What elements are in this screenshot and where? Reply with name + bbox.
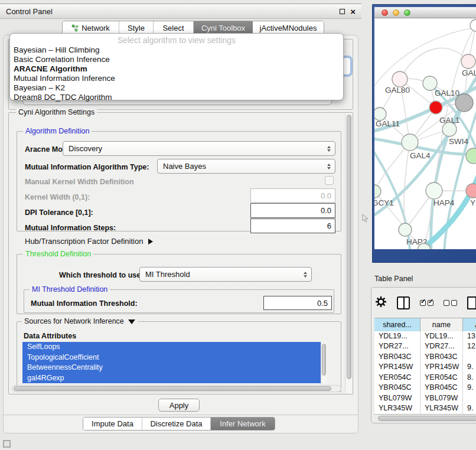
network-node-hap2[interactable] (399, 223, 412, 236)
mi-steps-field[interactable]: 6 (250, 219, 335, 233)
which-threshold-combo[interactable]: MI Threshold (139, 267, 312, 282)
network-view-window[interactable]: GALGAL80GAL10GAL1GAL11SWI4GAL4GCY1HAP4YH… (372, 4, 476, 263)
tab-select[interactable]: Select (154, 21, 194, 34)
table-row[interactable]: YER054CYER054C8. (374, 373, 476, 383)
deselect-all-checkboxes-icon[interactable] (444, 300, 457, 306)
manual-kernel-checkbox[interactable] (325, 176, 334, 185)
table-cell[interactable]: YDL19... (420, 331, 463, 341)
table-cell[interactable] (463, 352, 476, 362)
dpi-tolerance-field[interactable]: 0.0 (250, 203, 335, 218)
dropdown-item[interactable]: ARACNE Algorithm (10, 64, 343, 74)
table-row[interactable]: YBL079WYBL079W (374, 393, 476, 403)
aracne-mode-combo[interactable]: Discovery (63, 141, 335, 156)
tab-cyni-toolbox[interactable]: Cyni Toolbox (194, 21, 253, 34)
sources-legend[interactable]: Sources for Network Inference (22, 317, 138, 325)
dropdown-item[interactable]: Dream8 DC_TDC Algorithm (10, 93, 343, 102)
table-cell[interactable]: YER054C (420, 373, 463, 383)
gear-icon[interactable] (375, 296, 387, 310)
close-traffic-light-icon[interactable] (382, 9, 388, 16)
table-cell[interactable]: YLR345W (374, 403, 420, 413)
table-hscrollbar-track[interactable] (374, 414, 476, 422)
table-cell[interactable]: YPR145W (374, 362, 420, 372)
kernel-width-field[interactable]: 0.0 (250, 188, 335, 203)
table-cell[interactable]: 12 (463, 341, 476, 351)
network-node-gal4[interactable] (402, 134, 418, 151)
table-row[interactable]: YPR145WYPR145W9. (374, 362, 476, 372)
table-cell[interactable]: 9. (463, 383, 476, 393)
dropdown-item[interactable]: Mutual Information Inference (10, 74, 343, 83)
settings-hscrollbar-thumb[interactable] (14, 386, 331, 391)
table-cell[interactable]: YER054C (374, 373, 420, 383)
settings-hscrollbar-track[interactable] (12, 385, 341, 392)
table-row[interactable]: YDR27...YDR27...12 (374, 341, 476, 351)
network-canvas[interactable]: GALGAL80GAL10GAL1GAL11SWI4GAL4GCY1HAP4YH… (374, 18, 476, 249)
network-window-titlebar[interactable] (374, 7, 476, 18)
hub-expander[interactable]: Hub/Transcription Factor Definition (25, 237, 153, 246)
mi-threshold-field[interactable]: 0.5 (263, 296, 332, 310)
table-cell[interactable]: YBL079W (420, 393, 463, 403)
table-cell[interactable] (463, 393, 476, 403)
table-cell[interactable]: YDL19... (374, 331, 420, 341)
table-hscrollbar-thumb[interactable] (378, 416, 476, 421)
dropdown-item[interactable]: Bayesian – K2 (10, 83, 343, 93)
attribute-list-scrollbar-thumb[interactable] (322, 344, 326, 376)
settings-scrollbar-track[interactable] (345, 113, 353, 393)
network-node-gal[interactable] (461, 54, 475, 69)
dropdown-item[interactable]: Bayesian – Hill Climbing (10, 45, 343, 55)
new-table-icon[interactable] (467, 296, 476, 309)
table-cell[interactable]: 8. (463, 373, 476, 383)
table-row[interactable]: YDL19...YDL19...13 (374, 331, 476, 341)
network-node[interactable] (470, 19, 476, 31)
column-header-name[interactable]: name (420, 318, 463, 331)
attribute-item[interactable]: TopologicalCoefficient (22, 353, 321, 363)
minimize-traffic-light-icon[interactable] (393, 9, 399, 16)
table-cell[interactable]: YBR043C (374, 352, 420, 362)
table-row[interactable]: YBR045CYBR045C9. (374, 383, 476, 393)
tab-style[interactable]: Style (119, 21, 154, 34)
network-node[interactable] (466, 148, 476, 164)
settings-scrollbar-thumb[interactable] (347, 115, 351, 379)
tab-network[interactable]: Network (63, 21, 119, 34)
table-cell[interactable]: YBR045C (374, 383, 420, 393)
column-header-shared-name[interactable]: shared... (374, 318, 420, 331)
network-node-gcy1[interactable] (374, 185, 381, 198)
table-cell[interactable]: YDR27... (374, 341, 420, 351)
table-row[interactable]: YLR345WYLR345W9. (374, 403, 476, 413)
table-cell[interactable]: 9. (463, 362, 476, 372)
table-cell[interactable]: YBR045C (420, 383, 463, 393)
network-node[interactable] (455, 94, 473, 112)
table-cell[interactable]: YLR345W (420, 403, 463, 413)
float-window-icon[interactable] (340, 9, 345, 14)
table-cell[interactable]: YPR145W (420, 362, 463, 372)
table-cell[interactable]: YBR043C (420, 352, 463, 362)
table-cell[interactable]: YBL079W (374, 393, 420, 403)
network-node-gal11[interactable] (374, 107, 386, 120)
table-cell[interactable]: 13 (463, 331, 476, 341)
table-cell[interactable]: YDR27... (420, 341, 463, 351)
table-cell[interactable]: 9. (463, 403, 476, 413)
column-header-clipped[interactable]: A (463, 318, 476, 331)
attribute-item[interactable]: gal4RGexp (22, 373, 321, 384)
network-node-swi4[interactable] (442, 122, 457, 136)
dropdown-item[interactable]: Basic Correlation Inference (10, 55, 343, 64)
network-node-gal1[interactable] (429, 101, 442, 114)
close-icon[interactable]: × (350, 9, 356, 14)
data-attributes-list[interactable]: SelfLoopsTopologicalCoefficientBetweenne… (22, 342, 321, 384)
apply-button[interactable]: Apply (158, 399, 200, 412)
tab-discretize-data[interactable]: Discretize Data (142, 418, 211, 430)
panel-grip[interactable] (3, 440, 11, 448)
table-row[interactable]: YBR043CYBR043C (374, 352, 476, 362)
attribute-item[interactable]: BetweennessCentrality (22, 363, 321, 373)
tab-infer-network[interactable]: Infer Network (211, 418, 275, 430)
tab-jactivemnodules[interactable]: jActiveMNodules (253, 21, 324, 34)
network-node-hap4[interactable] (426, 182, 442, 199)
network-node-gal80[interactable] (392, 71, 407, 87)
network-node-y[interactable] (466, 184, 476, 198)
attribute-item[interactable]: SelfLoops (22, 342, 321, 353)
zoom-traffic-light-icon[interactable] (404, 9, 410, 16)
attribute-list-scrollbar-track[interactable] (321, 342, 327, 384)
tab-impute-data[interactable]: Impute Data (83, 418, 142, 430)
column-browser-icon[interactable] (397, 296, 410, 309)
select-all-checkboxes-icon[interactable] (420, 300, 433, 306)
mi-type-combo[interactable]: Naive Bayes (157, 159, 335, 174)
